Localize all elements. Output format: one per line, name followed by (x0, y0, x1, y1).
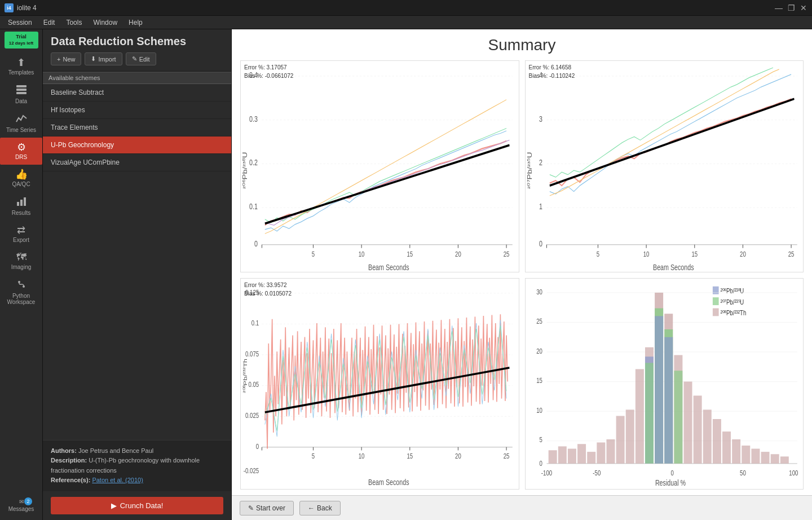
results-label: Results (12, 210, 30, 216)
sidebar-item-qaqc[interactable]: 👍 QA/QC (0, 165, 42, 192)
maximize-button[interactable]: ❐ (787, 4, 795, 12)
svg-text:0: 0 (539, 239, 542, 248)
sidebar-item-export[interactable]: ⇄ Export (0, 221, 42, 248)
close-button[interactable]: ✕ (800, 4, 807, 12)
chart-207pb-235u: Error %: 6.14658 Bias %: -0.110242 4 3 2… (525, 60, 804, 272)
import-icon: ⬇ (91, 55, 96, 63)
svg-text:5: 5 (596, 249, 599, 258)
svg-text:15: 15 (407, 452, 413, 460)
svg-rect-8 (241, 61, 519, 272)
svg-text:0.025: 0.025 (245, 411, 259, 419)
svg-rect-135 (751, 448, 760, 463)
scheme-list: Baseline Subtract Hf Isotopes Trace Elem… (43, 84, 231, 440)
app-title: iolite 4 (17, 4, 37, 12)
edit-scheme-button[interactable]: ✎ Edit (126, 52, 156, 65)
svg-rect-4 (20, 200, 23, 206)
reference-link[interactable]: Paton et al. (2010) (92, 477, 143, 483)
svg-text:²⁰⁶Pb/²³⁸U: ²⁰⁶Pb/²³⁸U (241, 152, 248, 189)
chart3-svg: 0.125 0.1 0.075 0.05 0.025 0 -0.025 (241, 279, 519, 490)
export-icon: ⇄ (17, 225, 25, 235)
app-icon: i4 (5, 3, 14, 12)
start-over-button[interactable]: ✎ Start over (240, 501, 294, 515)
svg-rect-2 (16, 92, 27, 94)
svg-text:25: 25 (504, 452, 510, 460)
svg-rect-127 (674, 371, 682, 464)
svg-rect-113 (606, 439, 615, 463)
svg-text:²⁰⁸Pb/²³²Th: ²⁰⁸Pb/²³²Th (720, 309, 745, 316)
menu-window[interactable]: Window (87, 17, 123, 28)
scheme-info: Authors: Joe Petrus and Bence Paul Descr… (43, 440, 231, 491)
svg-text:20: 20 (536, 347, 542, 354)
svg-rect-107 (548, 450, 557, 464)
svg-rect-137 (770, 454, 779, 464)
svg-text:15: 15 (691, 249, 698, 258)
plus-icon: + (57, 56, 60, 63)
timeseries-icon (16, 113, 27, 125)
data-label: Data (15, 98, 27, 104)
sidebar-item-timeseries[interactable]: Time Series (0, 109, 42, 138)
svg-rect-131 (712, 419, 721, 464)
messages-icon: ✉ (19, 499, 24, 505)
svg-text:²⁰⁷Pb/²³⁵U: ²⁰⁷Pb/²³⁵U (720, 298, 743, 305)
scheme-item-trace[interactable]: Trace Elements (43, 119, 231, 136)
svg-rect-134 (742, 446, 750, 464)
menu-help[interactable]: Help (123, 17, 148, 28)
chart-208pb-232th: Error %: 33.9572 Bias %: 0.0105072 0.125… (240, 278, 519, 490)
edit-icon: ✎ (132, 55, 137, 63)
menu-edit[interactable]: Edit (38, 17, 61, 28)
svg-text:Beam Seconds: Beam Seconds (653, 262, 694, 272)
svg-text:Beam Seconds: Beam Seconds (368, 262, 409, 272)
sidebar-item-imaging[interactable]: 🗺 Imaging (0, 248, 42, 275)
svg-text:0.1: 0.1 (251, 319, 259, 327)
python-label: Python Workspace (2, 293, 40, 305)
back-icon: ← (308, 504, 315, 512)
chart-histogram: ²⁰⁶Pb/²³⁸U ²⁰⁷Pb/²³⁵U ²⁰⁸Pb/²³²Th 30 25 … (525, 278, 804, 490)
svg-text:Residual %: Residual % (655, 478, 685, 487)
minimize-button[interactable]: — (775, 4, 783, 12)
scheme-header: Data Reduction Schemes + New ⬇ Import ✎ (43, 29, 231, 72)
svg-rect-130 (703, 409, 711, 463)
svg-text:1: 1 (539, 201, 542, 211)
drs-label: DRS (15, 154, 27, 160)
scheme-item-baseline[interactable]: Baseline Subtract (43, 84, 231, 102)
sidebar-item-data[interactable]: Data (0, 80, 42, 109)
scheme-item-hf[interactable]: Hf Isotopes (43, 102, 231, 119)
back-button[interactable]: ← Back (299, 501, 341, 515)
chart-206pb-238u: Error %: 3.17057 Bias %: -0.0661072 0.4 … (240, 60, 519, 272)
python-icon (16, 279, 27, 291)
crunch-data-button[interactable]: ▶ Crunch Data! (51, 497, 223, 514)
menu-session[interactable]: Session (2, 17, 38, 28)
svg-rect-109 (567, 448, 576, 463)
qaqc-label: QA/QC (12, 181, 30, 187)
svg-rect-125 (664, 337, 673, 463)
scheme-item-upb[interactable]: U-Pb Geochronology (43, 136, 231, 154)
menubar: Session Edit Tools Window Help (0, 16, 812, 29)
scheme-item-vizual[interactable]: VizualAge UComPbine (43, 154, 231, 171)
svg-rect-89 (712, 297, 718, 305)
sidebar-item-python[interactable]: Python Workspace (0, 275, 42, 310)
chart1-svg: 0.4 0.3 0.2 0.1 0 ²⁰⁶Pb/² (241, 61, 519, 272)
new-scheme-button[interactable]: + New (51, 52, 81, 65)
trial-badge[interactable]: Trial 12 days left (5, 32, 38, 49)
svg-text:²⁰⁷Pb/²³⁵U: ²⁰⁷Pb/²³⁵U (526, 152, 532, 189)
chart2-stats: Error %: 6.14658 Bias %: -0.110242 (529, 63, 575, 80)
svg-text:0.2: 0.2 (249, 157, 258, 167)
svg-text:0.3: 0.3 (249, 114, 258, 124)
sidebar: Trial 12 days left ⬆ Templates Data Ti (0, 29, 43, 520)
sidebar-item-drs[interactable]: ⚙ DRS (0, 138, 42, 165)
sidebar-item-results[interactable]: Results (0, 192, 42, 221)
svg-text:0.05: 0.05 (248, 381, 259, 389)
svg-text:50: 50 (740, 469, 746, 476)
titlebar-left: i4 iolite 4 (5, 3, 37, 12)
menu-tools[interactable]: Tools (60, 17, 87, 28)
svg-rect-91 (712, 308, 718, 316)
svg-point-6 (18, 281, 20, 283)
drs-area: Data Reduction Schemes + New ⬇ Import ✎ (43, 29, 812, 520)
reference-info: Reference(s): Paton et al. (2010) (51, 475, 223, 486)
svg-rect-114 (616, 416, 624, 463)
export-label: Export (13, 237, 29, 243)
chart1-stats: Error %: 3.17057 Bias %: -0.0661072 (244, 63, 293, 80)
messages-nav[interactable]: 2 ✉ Messages (0, 495, 42, 515)
import-scheme-button[interactable]: ⬇ Import (85, 52, 122, 65)
sidebar-item-templates[interactable]: ⬆ Templates (0, 53, 42, 80)
